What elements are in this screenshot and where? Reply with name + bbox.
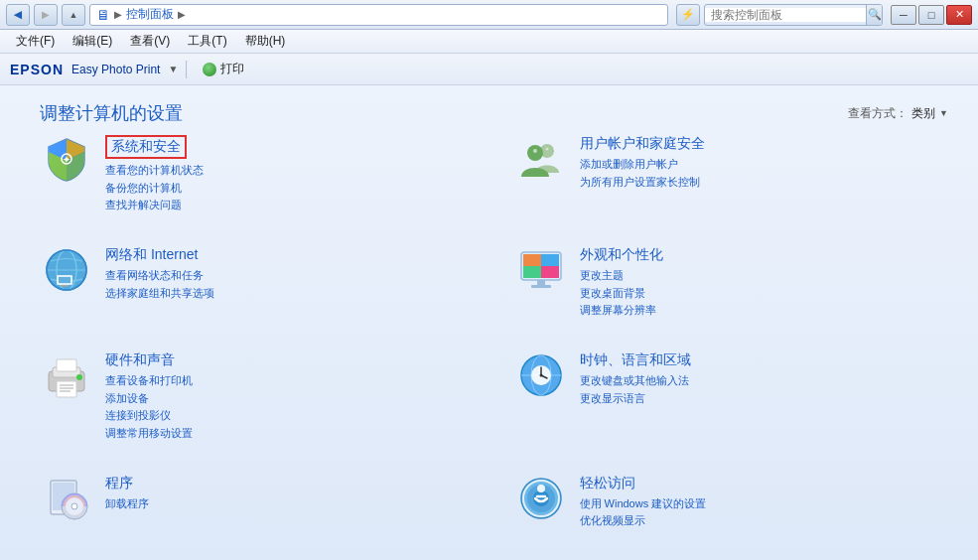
sub-item[interactable]: 添加设备	[105, 390, 475, 408]
toolbar: EPSON Easy Photo Print ▼ 打印	[0, 54, 978, 85]
appearance-icon	[514, 246, 568, 294]
svg-rect-19	[537, 280, 545, 285]
system-security-title[interactable]: 系统和安全	[105, 135, 187, 159]
svg-rect-23	[57, 359, 76, 371]
epson-logo: EPSON	[10, 62, 64, 77]
list-item: 程序 卸载程序	[40, 475, 475, 544]
accessibility-title[interactable]: 轻松访问	[580, 475, 635, 492]
svg-rect-24	[57, 381, 76, 397]
clock-language-content: 时钟、语言和区域 更改键盘或其他输入法 更改显示语言	[580, 351, 949, 407]
app-dropdown[interactable]: ▼	[168, 64, 178, 74]
print-label: 打印	[220, 61, 244, 77]
view-mode-label: 查看方式：	[848, 105, 908, 122]
list-item: ✦ 系统和安全 查看您的计算机状态 备份您的计算机 查找并解决问题	[40, 135, 475, 228]
menu-file[interactable]: 文件(F)	[8, 31, 63, 52]
programs-title[interactable]: 程序	[105, 475, 133, 492]
list-item: 外观和个性化 更改主题 更改桌面背景 调整屏幕分辨率	[514, 246, 949, 334]
svg-point-40	[71, 503, 77, 509]
main-content: 调整计算机的设置 查看方式： 类别 ▼	[0, 85, 978, 560]
svg-point-4	[533, 149, 537, 153]
sub-item[interactable]: 更改键盘或其他输入法	[580, 372, 949, 390]
back-button[interactable]: ◀	[6, 4, 30, 26]
user-accounts-title[interactable]: 用户帐户和家庭安全	[580, 135, 705, 153]
sub-item[interactable]: 连接到投影仪	[105, 407, 475, 425]
system-security-content: 系统和安全 查看您的计算机状态 备份您的计算机 查找并解决问题	[105, 135, 475, 214]
main-header: 调整计算机的设置 查看方式： 类别 ▼	[0, 85, 978, 135]
control-panel-grid: ✦ 系统和安全 查看您的计算机状态 备份您的计算机 查找并解决问题	[0, 135, 978, 560]
svg-rect-11	[59, 277, 70, 283]
search-icon[interactable]: 🔍	[866, 4, 882, 26]
hardware-subs: 查看设备和打印机 添加设备 连接到投影仪 调整常用移动设置	[105, 372, 475, 442]
sub-item[interactable]: 查看您的计算机状态	[105, 162, 475, 180]
hardware-title[interactable]: 硬件和声音	[105, 351, 175, 369]
hardware-content: 硬件和声音 查看设备和打印机 添加设备 连接到投影仪 调整常用移动设置	[105, 351, 475, 442]
refresh-button[interactable]: ⚡	[676, 4, 700, 26]
hardware-sound-icon	[40, 351, 93, 399]
easy-photo-print-label: Easy Photo Print	[71, 63, 160, 76]
list-item: 轻松访问 使用 Windows 建议的设置 优化视频显示	[514, 475, 949, 544]
svg-rect-15	[523, 254, 541, 266]
print-button[interactable]: 打印	[195, 59, 252, 79]
network-internet-icon	[40, 246, 93, 294]
breadcrumb-text[interactable]: 控制面板	[126, 6, 174, 23]
network-subs: 查看网络状态和任务 选择家庭组和共享选项	[105, 267, 475, 302]
forward-button[interactable]: ▶	[34, 4, 58, 26]
close-button[interactable]: ✕	[946, 5, 972, 25]
svg-rect-16	[541, 254, 559, 266]
view-mode-arrow: ▼	[939, 108, 948, 118]
svg-rect-18	[541, 266, 559, 278]
network-content: 网络和 Internet 查看网络状态和任务 选择家庭组和共享选项	[105, 246, 475, 302]
appearance-subs: 更改主题 更改桌面背景 调整屏幕分辨率	[580, 267, 949, 320]
sub-item[interactable]: 卸载程序	[105, 495, 475, 513]
svg-rect-17	[523, 266, 541, 278]
accessibility-icon	[514, 475, 568, 522]
clock-language-subs: 更改键盘或其他输入法 更改显示语言	[580, 372, 949, 407]
sub-item[interactable]: 添加或删除用户帐户	[580, 156, 949, 174]
sub-item[interactable]: 更改显示语言	[580, 390, 949, 408]
system-security-subs: 查看您的计算机状态 备份您的计算机 查找并解决问题	[105, 162, 475, 214]
appearance-content: 外观和个性化 更改主题 更改桌面背景 调整屏幕分辨率	[580, 246, 949, 320]
programs-content: 程序 卸载程序	[105, 475, 475, 513]
list-item: 网络和 Internet 查看网络状态和任务 选择家庭组和共享选项	[40, 246, 475, 334]
print-icon	[203, 63, 216, 76]
sub-item[interactable]: 备份您的计算机	[105, 180, 475, 198]
title-bar-left: ◀ ▶ ▲ 🖥 ▶ 控制面板 ▶ ⚡ 🔍	[6, 4, 883, 26]
sub-item[interactable]: 查找并解决问题	[105, 197, 475, 214]
sub-item[interactable]: 为所有用户设置家长控制	[580, 174, 949, 192]
accessibility-content: 轻松访问 使用 Windows 建议的设置 优化视频显示	[580, 475, 949, 530]
sub-item[interactable]: 调整屏幕分辨率	[580, 302, 949, 320]
clock-language-title[interactable]: 时钟、语言和区域	[580, 351, 691, 369]
minimize-button[interactable]: ─	[891, 5, 916, 25]
sub-item[interactable]: 更改主题	[580, 267, 949, 285]
user-accounts-subs: 添加或删除用户帐户 为所有用户设置家长控制	[580, 156, 949, 191]
sub-item[interactable]: 查看设备和打印机	[105, 372, 475, 390]
menu-help[interactable]: 帮助(H)	[237, 31, 294, 52]
sub-item[interactable]: 调整常用移动设置	[105, 425, 475, 443]
sub-item[interactable]: 更改桌面背景	[580, 285, 949, 303]
list-item: 用户帐户和家庭安全 添加或删除用户帐户 为所有用户设置家长控制	[514, 135, 949, 228]
sub-item[interactable]: 优化视频显示	[580, 512, 949, 530]
appearance-title[interactable]: 外观和个性化	[580, 246, 663, 264]
svg-point-45	[537, 485, 545, 492]
network-title[interactable]: 网络和 Internet	[105, 246, 198, 264]
search-input[interactable]	[705, 8, 866, 22]
search-box: 🔍	[704, 4, 883, 26]
programs-icon	[40, 475, 93, 522]
maximize-button[interactable]: □	[918, 5, 944, 25]
clock-language-icon	[514, 351, 568, 399]
toolbar-divider	[186, 61, 187, 78]
accessibility-subs: 使用 Windows 建议的设置 优化视频显示	[580, 495, 949, 530]
svg-point-5	[545, 148, 548, 151]
up-button[interactable]: ▲	[62, 4, 85, 26]
title-bar: ◀ ▶ ▲ 🖥 ▶ 控制面板 ▶ ⚡ 🔍 ─ □ ✕	[0, 0, 978, 30]
user-accounts-icon	[514, 135, 568, 183]
list-item: 硬件和声音 查看设备和打印机 添加设备 连接到投影仪 调整常用移动设置	[40, 351, 475, 457]
menu-tools[interactable]: 工具(T)	[180, 31, 234, 52]
sub-item[interactable]: 查看网络状态和任务	[105, 267, 475, 285]
view-mode-selector[interactable]: 查看方式： 类别 ▼	[848, 105, 948, 122]
sub-item[interactable]: 使用 Windows 建议的设置	[580, 495, 949, 513]
menu-edit[interactable]: 编辑(E)	[65, 31, 120, 52]
sub-item[interactable]: 选择家庭组和共享选项	[105, 285, 475, 303]
menu-view[interactable]: 查看(V)	[122, 31, 178, 52]
breadcrumb-arrow2: ▶	[178, 9, 186, 20]
